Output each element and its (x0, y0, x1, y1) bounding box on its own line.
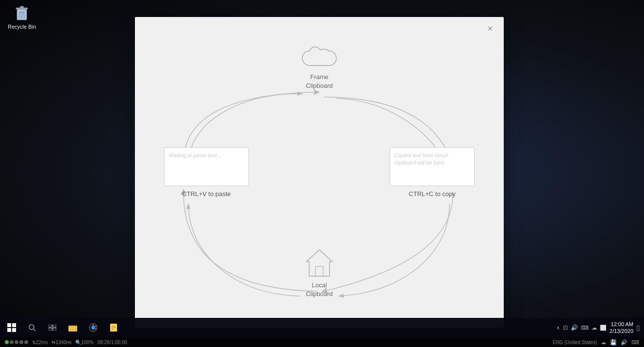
dot-5 (24, 340, 28, 344)
taskbar-left (0, 318, 123, 337)
copy-node: Copied text from cloud clipboard will be… (390, 148, 475, 198)
local-label: Local Clipboard (306, 281, 333, 298)
status-right: ENG (United States) ☁ 💾 🔊 ⌨ (553, 339, 639, 346)
cloud-icon (300, 46, 339, 73)
svg-marker-8 (306, 250, 332, 276)
status-keyboard-icon: ⌨ (631, 339, 639, 346)
svg-rect-2 (20, 6, 24, 8)
copy-text-box[interactable]: Copied text from cloud clipboard will be… (390, 148, 475, 186)
explorer-button[interactable] (63, 318, 83, 337)
svg-rect-19 (53, 328, 56, 330)
svg-rect-16 (49, 325, 52, 327)
svg-rect-11 (12, 323, 16, 327)
status-save-icon: 💾 (610, 339, 617, 346)
dot-3 (15, 340, 18, 344)
show-desktop-button[interactable]: ▯ (636, 324, 640, 331)
svg-line-15 (33, 329, 35, 331)
flow-diagram: Frame Clipboard Local Clipboard (135, 17, 504, 328)
taskbar-clock[interactable]: 12:00 AM 2/13/2020 (610, 321, 633, 335)
copy-label: CTRL+C to copy (409, 190, 455, 198)
paste-placeholder: Waiting to paste text... (165, 148, 248, 163)
home-icon (302, 246, 336, 280)
tray-cloud1[interactable]: ☁ (592, 325, 597, 331)
notes-button[interactable] (104, 318, 123, 337)
status-volume-icon: 🔊 (621, 339, 627, 346)
status-time: 08:26/1:00:00 (98, 340, 127, 345)
svg-point-22 (91, 326, 95, 330)
tray-keyboard[interactable]: ⌨ (581, 325, 589, 331)
taskbar-main: ∧ ⊡ 🔊 ⌨ ☁ ⬜ 12:00 AM 2/13/2020 ▯ (0, 318, 644, 337)
dot-1 (5, 340, 9, 344)
status-bar: ⇅22ms ⇆1340mi 🔍100% 08:26/1:00:00 ENG (U… (0, 337, 644, 347)
chrome-button[interactable] (83, 318, 103, 337)
status-dots (5, 340, 28, 344)
tray-volume[interactable]: 🔊 (571, 324, 578, 331)
status-cloud-icon: ☁ (601, 339, 606, 346)
cloud-node: Frame Clipboard (300, 46, 339, 90)
paste-text-box[interactable]: Waiting to paste text... (164, 148, 249, 186)
svg-rect-10 (7, 323, 11, 327)
svg-rect-18 (49, 328, 52, 330)
cloud-label: Frame Clipboard (306, 73, 333, 90)
paste-node: Waiting to paste text... CTRL+V to paste (164, 148, 249, 198)
svg-rect-9 (315, 266, 323, 276)
dot-2 (10, 340, 14, 344)
desktop: Recycle Bin × (0, 0, 644, 347)
svg-rect-1 (16, 8, 28, 9)
status-zoom: 🔍100% (75, 340, 94, 345)
recycle-bin-label: Recycle Bin (8, 24, 36, 30)
modal-close-button[interactable]: × (484, 23, 496, 34)
taskbar: ∧ ⊡ 🔊 ⌨ ☁ ⬜ 12:00 AM 2/13/2020 ▯ (0, 318, 644, 347)
search-button[interactable] (22, 318, 42, 337)
local-node: Local Clipboard (302, 246, 336, 298)
status-language: ENG (United States) (553, 340, 597, 345)
status-ping: ⇅22ms (32, 340, 48, 345)
dot-4 (19, 340, 23, 344)
tray-network[interactable]: ⊡ (563, 324, 568, 331)
svg-rect-13 (12, 328, 16, 332)
copy-placeholder: Copied text from cloud clipboard will be… (390, 148, 474, 171)
status-distance: ⇆1340mi (51, 340, 71, 345)
svg-rect-17 (53, 325, 56, 327)
tray-chevron[interactable]: ∧ (556, 325, 560, 331)
start-button[interactable] (2, 318, 21, 337)
tray-cloud2[interactable]: ⬜ (600, 325, 607, 331)
svg-rect-12 (7, 328, 11, 332)
svg-point-14 (29, 325, 34, 330)
clipboard-modal: × (135, 17, 504, 328)
recycle-bin-icon[interactable]: Recycle Bin (5, 2, 39, 30)
taskbar-right: ∧ ⊡ 🔊 ⌨ ☁ ⬜ 12:00 AM 2/13/2020 ▯ (556, 321, 644, 335)
paste-label: CTRL+V to paste (182, 190, 231, 198)
task-view-button[interactable] (43, 318, 62, 337)
